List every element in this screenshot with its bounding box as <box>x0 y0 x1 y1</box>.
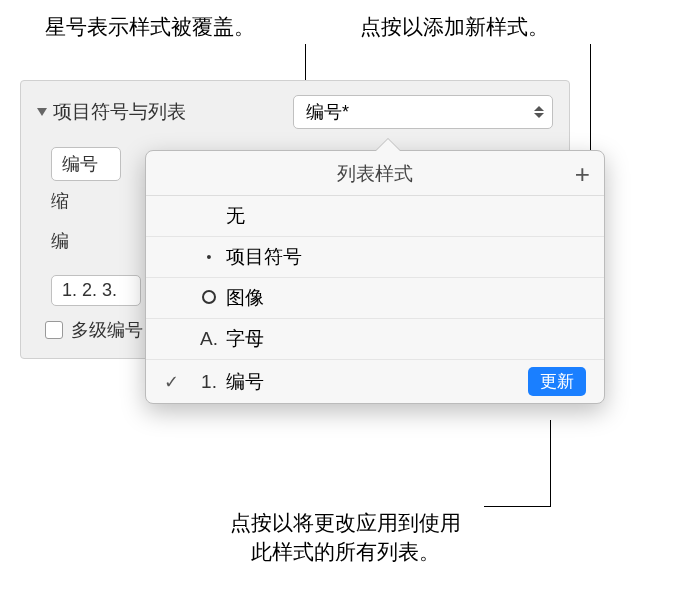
style-item-numbered[interactable]: ✓ 1. 编号 更新 <box>146 360 604 403</box>
disclosure-triangle-icon <box>37 108 47 116</box>
add-style-button[interactable]: + <box>575 161 590 187</box>
item-label: 无 <box>226 203 586 229</box>
multilevel-checkbox[interactable] <box>45 321 63 339</box>
numbering-preview[interactable]: 1. 2. 3. <box>51 275 141 306</box>
style-item-letter[interactable]: A. 字母 <box>146 319 604 360</box>
callout-add: 点按以添加新样式。 <box>360 12 549 41</box>
style-item-none[interactable]: 无 <box>146 196 604 237</box>
numbered-type-box[interactable]: 编号 <box>51 147 121 181</box>
section-title: 项目符号与列表 <box>53 99 186 125</box>
item-label: 项目符号 <box>226 244 586 270</box>
style-item-bullet[interactable]: • 项目符号 <box>146 237 604 278</box>
style-list: 无 • 项目符号 图像 A. 字母 ✓ 1. 编号 更新 <box>146 195 604 403</box>
callout-asterisk: 星号表示样式被覆盖。 <box>45 12 255 41</box>
update-button[interactable]: 更新 <box>528 367 586 396</box>
indent-label: 缩 <box>51 189 121 213</box>
item-label: 图像 <box>226 285 586 311</box>
numbered-label: 编 <box>51 229 121 253</box>
callout-line <box>550 420 551 506</box>
dropdown-value: 编号* <box>306 100 349 124</box>
multilevel-label: 多级编号 <box>71 318 143 342</box>
circle-icon <box>192 287 226 309</box>
item-prefix: 1. <box>192 371 226 393</box>
callout-line <box>484 506 551 507</box>
callout-update: 点按以将更改应用到使用 此样式的所有列表。 <box>230 508 461 567</box>
bullet-icon: • <box>192 249 226 265</box>
list-styles-popover: 列表样式 + 无 • 项目符号 图像 A. 字母 ✓ 1. 编号 更新 <box>145 150 605 404</box>
popover-title: 列表样式 <box>160 161 590 187</box>
item-label: 编号 <box>226 369 528 395</box>
item-prefix: A. <box>192 328 226 350</box>
chevron-updown-icon <box>534 106 544 118</box>
check-icon: ✓ <box>164 371 192 393</box>
section-header[interactable]: 项目符号与列表 <box>37 99 186 125</box>
style-item-image[interactable]: 图像 <box>146 278 604 319</box>
list-style-dropdown[interactable]: 编号* <box>293 95 553 129</box>
item-label: 字母 <box>226 326 586 352</box>
